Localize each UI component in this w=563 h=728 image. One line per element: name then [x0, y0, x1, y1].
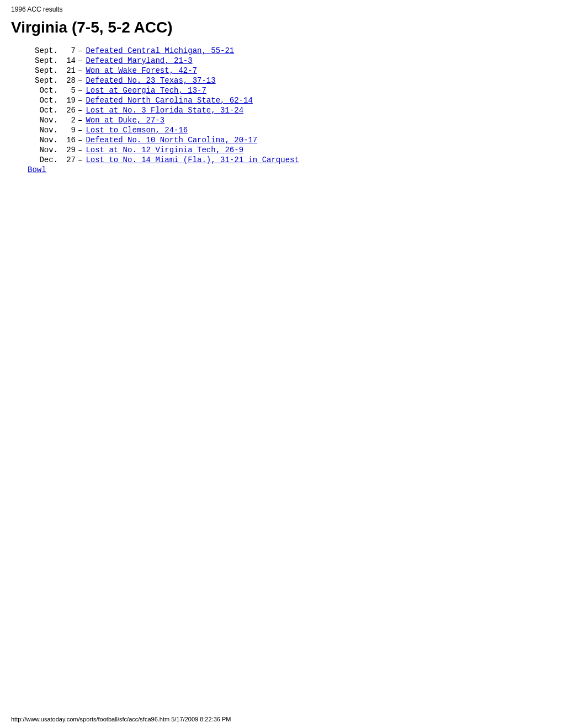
dash: –: [78, 46, 82, 55]
game-day: 27: [60, 156, 76, 164]
dash: –: [78, 66, 82, 75]
dash: –: [78, 106, 82, 115]
list-item: Sept.28–Defeated No. 23 Texas, 37-13: [28, 76, 552, 85]
game-day: 21: [60, 66, 76, 75]
game-result-link[interactable]: Defeated North Carolina State, 62-14: [86, 96, 252, 105]
game-day: 9: [60, 126, 76, 135]
dash: –: [78, 76, 82, 85]
dash: –: [78, 146, 82, 154]
game-month: Nov.: [28, 136, 58, 144]
small-title: 1996 ACC results: [11, 6, 552, 13]
bowl-link[interactable]: Bowl: [28, 165, 46, 174]
game-day: 16: [60, 136, 76, 144]
game-result-link[interactable]: Defeated Central Michigan, 55-21: [86, 46, 234, 55]
dash: –: [78, 116, 82, 125]
list-item: Nov.29–Lost at No. 12 Virginia Tech, 26-…: [28, 146, 552, 154]
list-item: Sept.14–Defeated Maryland, 21-3: [28, 56, 552, 65]
game-result-link[interactable]: Lost at Georgia Tech, 13-7: [86, 86, 206, 95]
main-title: Virginia (7-5, 5-2 ACC): [11, 19, 552, 36]
game-result-link[interactable]: Defeated No. 10 North Carolina, 20-17: [86, 136, 257, 144]
list-item: Sept.7–Defeated Central Michigan, 55-21: [28, 46, 552, 55]
list-item: Sept.21–Won at Wake Forest, 42-7: [28, 66, 552, 75]
game-day: 29: [60, 146, 76, 154]
game-month: Nov.: [28, 126, 58, 135]
dash: –: [78, 96, 82, 105]
game-month: Sept.: [28, 56, 58, 65]
game-result-link[interactable]: Won at Wake Forest, 42-7: [86, 66, 197, 75]
game-day: 5: [60, 86, 76, 95]
list-item: Nov.9–Lost to Clemson, 24-16: [28, 126, 552, 135]
game-month: Oct.: [28, 86, 58, 95]
list-item: Oct.26–Lost at No. 3 Florida State, 31-2…: [28, 106, 552, 115]
game-day: 19: [60, 96, 76, 105]
list-item: Dec.27–Lost to No. 14 Miami (Fla.), 31-2…: [28, 156, 552, 164]
bowl-item: Bowl: [28, 165, 552, 174]
game-month: Sept.: [28, 66, 58, 75]
game-month: Nov.: [28, 146, 58, 154]
status-bar: http://www.usatoday.com/sports/football/…: [11, 716, 231, 722]
game-result-link[interactable]: Defeated Maryland, 21-3: [86, 56, 192, 65]
dash: –: [78, 126, 82, 135]
game-month: Sept.: [28, 46, 58, 55]
dash: –: [78, 86, 82, 95]
game-day: 2: [60, 116, 76, 125]
game-month: Nov.: [28, 116, 58, 125]
game-result-link[interactable]: Won at Duke, 27-3: [86, 116, 164, 125]
list-item: Nov.16–Defeated No. 10 North Carolina, 2…: [28, 136, 552, 144]
list-item: Oct.19–Defeated North Carolina State, 62…: [28, 96, 552, 105]
game-result-link[interactable]: Lost at No. 12 Virginia Tech, 26-9: [86, 146, 243, 154]
game-result-link[interactable]: Lost to No. 14 Miami (Fla.), 31-21 in Ca…: [86, 156, 299, 164]
game-day: 26: [60, 106, 76, 115]
game-month: Oct.: [28, 96, 58, 105]
game-day: 14: [60, 56, 76, 65]
game-result-link[interactable]: Defeated No. 23 Texas, 37-13: [86, 76, 215, 85]
game-month: Oct.: [28, 106, 58, 115]
game-month: Dec.: [28, 156, 58, 164]
schedule-list: Sept.7–Defeated Central Michigan, 55-21S…: [28, 46, 552, 174]
dash: –: [78, 56, 82, 65]
game-day: 28: [60, 76, 76, 85]
game-result-link[interactable]: Lost to Clemson, 24-16: [86, 126, 188, 135]
game-month: Sept.: [28, 76, 58, 85]
list-item: Oct.5–Lost at Georgia Tech, 13-7: [28, 86, 552, 95]
dash: –: [78, 156, 82, 164]
list-item: Nov.2–Won at Duke, 27-3: [28, 116, 552, 125]
game-result-link[interactable]: Lost at No. 3 Florida State, 31-24: [86, 106, 243, 115]
game-day: 7: [60, 46, 76, 55]
dash: –: [78, 136, 82, 144]
